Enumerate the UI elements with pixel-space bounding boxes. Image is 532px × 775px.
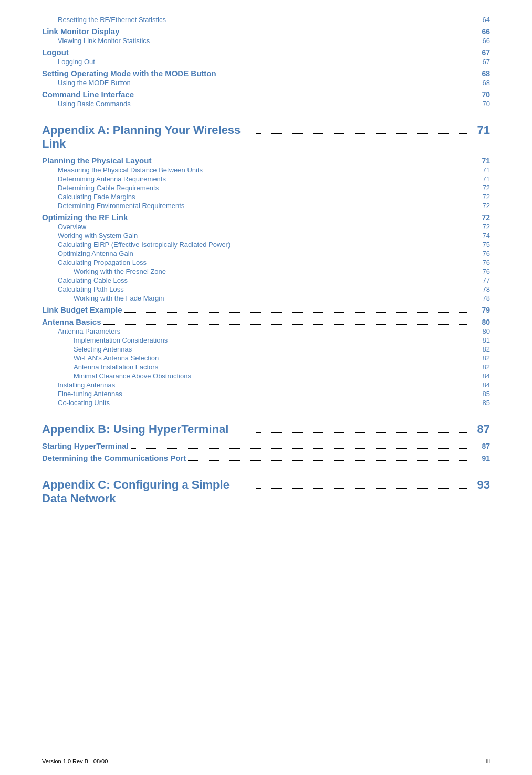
toc-row-minimal-clearance: Minimal Clearance Above Obstructions84 [42, 372, 490, 380]
section-label-planning-physical-layout: Planning the Physical Layout [42, 156, 151, 165]
sub2-label-selecting-antennas: Selecting Antennas [74, 345, 132, 353]
page-selecting-antennas: 82 [469, 345, 490, 353]
page-determining-environmental-requirements: 72 [469, 202, 490, 210]
page-link-monitor-display: 66 [469, 27, 490, 36]
page-using-basic-commands: 70 [469, 100, 490, 108]
sub1-label-co-locating-units: Co-locating Units [58, 399, 110, 407]
sub1-label-resetting-rf: Resetting the RF/Ethernet Statistics [58, 16, 166, 24]
section-label-setting-operating-mode: Setting Operating Mode with the MODE But… [42, 69, 216, 78]
toc-row-calculating-cable-loss: Calculating Cable Loss77 [42, 276, 490, 284]
page-command-line-interface: 70 [469, 90, 490, 99]
page-planning-physical-layout: 71 [469, 157, 490, 165]
sub1-label-using-basic-commands: Using Basic Commands [58, 100, 131, 108]
toc-row-selecting-antennas: Selecting Antennas82 [42, 345, 490, 353]
page-starting-hyperterminal: 87 [469, 442, 490, 450]
toc-row-link-monitor-display: Link Monitor Display66 [42, 27, 490, 36]
page-logout: 67 [469, 48, 490, 57]
toc-container: Resetting the RF/Ethernet Statistics64Li… [42, 16, 490, 505]
appendix-label-appendix-a: Appendix A: Planning Your Wireless Link [42, 123, 254, 151]
toc-row-planning-physical-layout: Planning the Physical Layout71 [42, 156, 490, 165]
sub2-label-antenna-installation-factors: Antenna Installation Factors [74, 363, 158, 371]
appendix-label-appendix-c: Appendix C: Configuring a Simple Data Ne… [42, 478, 254, 505]
toc-row-calculating-path-loss: Calculating Path Loss78 [42, 285, 490, 293]
section-label-optimizing-rf-link: Optimizing the RF Link [42, 213, 128, 222]
sub1-label-determining-environmental-requirements: Determining Environmental Requirements [58, 202, 184, 210]
page-number: iii [486, 758, 490, 764]
sub1-label-determining-antenna-requirements: Determining Antenna Requirements [58, 175, 166, 183]
page-antenna-basics: 80 [469, 318, 490, 326]
page-logging-out: 67 [469, 58, 490, 66]
page-wi-lan-antenna-selection: 82 [469, 354, 490, 362]
page-co-locating-units: 85 [469, 399, 490, 407]
toc-row-calculating-fade-margins: Calculating Fade Margins72 [42, 193, 490, 201]
version-label: Version 1.0 Rev B - 08/00 [42, 758, 108, 764]
toc-row-determining-communications-port: Determining the Communications Port91 [42, 453, 490, 462]
section-label-starting-hyperterminal: Starting HyperTerminal [42, 441, 129, 450]
sub2-label-working-fresnel-zone: Working with the Fresnel Zone [74, 267, 166, 275]
page-overview: 72 [469, 223, 490, 231]
toc-row-implementation-considerations: Implementation Considerations81 [42, 336, 490, 344]
section-label-determining-communications-port: Determining the Communications Port [42, 453, 186, 462]
page-link-budget-example: 79 [469, 306, 490, 314]
page-appendix-c: 93 [469, 478, 490, 492]
toc-row-calculating-propagation-loss: Calculating Propagation Loss76 [42, 259, 490, 266]
toc-row-using-mode-button: Using the MODE Button68 [42, 79, 490, 87]
toc-row-resetting-rf: Resetting the RF/Ethernet Statistics64 [42, 16, 490, 24]
toc-row-fine-tuning-antennas: Fine-tuning Antennas85 [42, 390, 490, 398]
toc-row-viewing-link-monitor: Viewing Link Monitor Statistics66 [42, 37, 490, 45]
page-determining-cable-requirements: 72 [469, 184, 490, 192]
sub1-label-installing-antennas: Installing Antennas [58, 381, 115, 389]
sub1-label-working-with-system-gain: Working with System Gain [58, 232, 138, 240]
toc-row-logging-out: Logging Out67 [42, 58, 490, 66]
section-label-link-monitor-display: Link Monitor Display [42, 27, 120, 36]
page-minimal-clearance: 84 [469, 372, 490, 380]
page-calculating-cable-loss: 77 [469, 276, 490, 284]
toc-row-appendix-c: Appendix C: Configuring a Simple Data Ne… [42, 478, 490, 505]
sub1-label-overview: Overview [58, 223, 86, 231]
sub1-label-fine-tuning-antennas: Fine-tuning Antennas [58, 390, 122, 398]
toc-row-working-fade-margin: Working with the Fade Margin78 [42, 294, 490, 302]
page-determining-communications-port: 91 [469, 454, 490, 462]
section-label-link-budget-example: Link Budget Example [42, 305, 122, 314]
toc-row-command-line-interface: Command Line Interface70 [42, 90, 490, 99]
page-installing-antennas: 84 [469, 381, 490, 389]
sub1-label-calculating-eirp: Calculating EIRP (Effective Isotropicall… [58, 241, 230, 249]
sub2-label-implementation-considerations: Implementation Considerations [74, 336, 168, 344]
page-antenna-parameters: 80 [469, 327, 490, 335]
page-optimizing-rf-link: 72 [469, 213, 490, 222]
toc-row-installing-antennas: Installing Antennas84 [42, 381, 490, 389]
sub1-label-determining-cable-requirements: Determining Cable Requirements [58, 184, 159, 192]
sub2-label-wi-lan-antenna-selection: Wi-LAN's Antenna Selection [74, 354, 159, 362]
page-working-fade-margin: 78 [469, 294, 490, 302]
sub1-label-calculating-cable-loss: Calculating Cable Loss [58, 276, 128, 284]
toc-row-setting-operating-mode: Setting Operating Mode with the MODE But… [42, 69, 490, 78]
footer: Version 1.0 Rev B - 08/00 iii [42, 758, 490, 764]
toc-row-using-basic-commands: Using Basic Commands70 [42, 100, 490, 108]
toc-row-antenna-parameters: Antenna Parameters80 [42, 327, 490, 335]
sub2-label-minimal-clearance: Minimal Clearance Above Obstructions [74, 372, 191, 380]
page-measuring-physical-distance: 71 [469, 166, 490, 174]
sub1-label-optimizing-antenna-gain: Optimizing Antenna Gain [58, 250, 133, 257]
page-antenna-installation-factors: 82 [469, 363, 490, 371]
page-setting-operating-mode: 68 [469, 69, 490, 78]
sub1-label-calculating-fade-margins: Calculating Fade Margins [58, 193, 135, 201]
toc-row-logout: Logout67 [42, 48, 490, 57]
page-working-fresnel-zone: 76 [469, 267, 490, 275]
toc-row-optimizing-antenna-gain: Optimizing Antenna Gain76 [42, 250, 490, 257]
toc-row-determining-environmental-requirements: Determining Environmental Requirements72 [42, 202, 490, 210]
toc-row-determining-cable-requirements: Determining Cable Requirements72 [42, 184, 490, 192]
page-fine-tuning-antennas: 85 [469, 390, 490, 398]
page-calculating-propagation-loss: 76 [469, 259, 490, 266]
toc-row-measuring-physical-distance: Measuring the Physical Distance Between … [42, 166, 490, 174]
toc-row-appendix-a: Appendix A: Planning Your Wireless Link7… [42, 123, 490, 151]
sub2-label-working-fade-margin: Working with the Fade Margin [74, 294, 164, 302]
toc-row-wi-lan-antenna-selection: Wi-LAN's Antenna Selection82 [42, 354, 490, 362]
page-appendix-a: 71 [469, 123, 490, 137]
toc-row-overview: Overview72 [42, 223, 490, 231]
toc-row-antenna-basics: Antenna Basics80 [42, 317, 490, 326]
page-calculating-path-loss: 78 [469, 285, 490, 293]
page-using-mode-button: 68 [469, 79, 490, 87]
sub1-label-using-mode-button: Using the MODE Button [58, 79, 131, 87]
page-calculating-fade-margins: 72 [469, 193, 490, 201]
toc-row-starting-hyperterminal: Starting HyperTerminal87 [42, 441, 490, 450]
